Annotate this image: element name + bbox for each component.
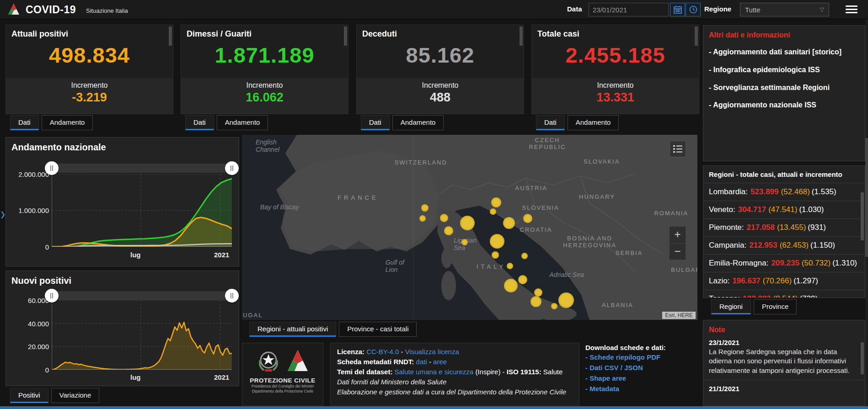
tab-dati[interactable]: Dati: [536, 115, 565, 130]
tab-positivi[interactable]: Positivi: [10, 388, 48, 403]
scrollbar[interactable]: [861, 192, 864, 240]
page-scrollbar[interactable]: [865, 19, 868, 409]
slider-handle-right[interactable]: [225, 161, 239, 175]
region-bubble[interactable]: [491, 197, 501, 207]
chevron-down-icon: ▽: [820, 6, 824, 13]
tab-dati[interactable]: Dati: [185, 115, 214, 130]
sidebar-link[interactable]: - Infografica epidemiologica ISS: [703, 61, 865, 79]
region-bubble[interactable]: [460, 216, 475, 230]
region-row[interactable]: Veneto:304.717(47.541)(1.030): [703, 201, 865, 218]
y-axis-tick: 2.000.000: [10, 170, 49, 178]
region-row[interactable]: Toscana:133.223(8.544)(739): [703, 290, 865, 298]
card-dimessi-guariti: Dimessi / Guariti 1.871.189 Incremento 1…: [181, 25, 348, 114]
slider-handle-left[interactable]: [45, 289, 59, 303]
tab-province[interactable]: Province: [754, 299, 797, 314]
region-bubble[interactable]: [558, 292, 574, 308]
tab-regioni[interactable]: Regioni: [711, 299, 751, 314]
region-bubble[interactable]: [518, 275, 527, 284]
region-bubble[interactable]: [503, 217, 515, 229]
card-increment-section: Incremento 488: [357, 78, 524, 114]
view-license-link[interactable]: Visualizza licenza: [405, 348, 459, 356]
tab-dati[interactable]: Dati: [10, 115, 39, 130]
note-text: La Regione Sardegna segnala che in data …: [709, 347, 859, 375]
region-bubble[interactable]: [490, 234, 504, 249]
iso-label: ISO 19115:: [507, 368, 541, 376]
region-bubble[interactable]: [461, 239, 468, 245]
expand-panel-chevron-icon[interactable]: ❯: [0, 207, 5, 222]
sidebar-link[interactable]: - Aggiornamento dati sanitari [storico]: [703, 43, 865, 61]
card-value: 498.834: [6, 42, 173, 68]
region-row[interactable]: Piemonte:217.058(13.455)(931): [703, 218, 865, 236]
tab-andamento[interactable]: Andamento: [42, 115, 93, 130]
scrollbar[interactable]: [169, 27, 172, 46]
regioni-list-title: Regioni - totale casi, attuali e increme…: [703, 166, 865, 183]
region-bubble[interactable]: [507, 263, 513, 269]
region-bubble[interactable]: [490, 208, 496, 215]
y-axis-tick: 60.000: [10, 297, 49, 304]
region-row[interactable]: Emilia-Romagna:209.235(50.732)(1.310): [703, 254, 865, 272]
menu-button[interactable]: [846, 4, 857, 15]
tab-andamento[interactable]: Andamento: [568, 115, 619, 130]
slider-handle-right[interactable]: [225, 289, 239, 303]
tab-dati[interactable]: Dati: [361, 115, 390, 130]
zoom-in-button[interactable]: +: [670, 227, 686, 243]
salute-umana-link[interactable]: Salute umana e sicurezza: [395, 368, 474, 376]
increment-value: 16.062: [181, 90, 348, 105]
italy-map[interactable]: English ChannelBay of BiscayFRANCESWITZE…: [242, 135, 697, 320]
map-attribution: Esri, HERE: [662, 312, 696, 319]
scrollbar[interactable]: [861, 342, 864, 374]
scrollbar[interactable]: [695, 27, 698, 46]
region-label: Regione: [704, 5, 731, 13]
top-header: COVID-19 Situazione Italia Data Regione …: [0, 0, 868, 19]
download-link[interactable]: - Metadata: [585, 385, 697, 393]
tab-province-casi-totali[interactable]: Province - casi totali: [339, 322, 417, 337]
increment-label: Incremento: [357, 81, 524, 90]
region-row[interactable]: Lazio:196.637(70.266)(1.297): [703, 272, 865, 290]
download-link[interactable]: - Shape aree: [585, 374, 697, 382]
region-bubble[interactable]: [521, 253, 528, 259]
tab-variazione[interactable]: Variazione: [51, 388, 100, 403]
time-button[interactable]: [686, 3, 701, 16]
increment-label: Incremento: [532, 81, 699, 90]
sidebar-link[interactable]: - Sorveglianza settimanale Regioni: [703, 79, 865, 96]
increment-value: 13.331: [532, 90, 699, 105]
legend-button[interactable]: [670, 141, 686, 157]
org-subtitle-2: Dipartimento della Protezione Civile: [242, 389, 323, 394]
altri-dati-title: Altri dati e informazioni: [703, 26, 865, 39]
zoom-out-button[interactable]: −: [670, 243, 686, 260]
time-range-slider[interactable]: [52, 291, 232, 300]
license-link[interactable]: CC-BY-4.0: [366, 348, 399, 356]
download-link[interactable]: - Dati CSV / JSON: [585, 364, 697, 372]
downloads-title: Download schede e dati:: [585, 344, 697, 351]
region-bubble[interactable]: [504, 279, 518, 292]
region-select[interactable]: Tutte ▽: [740, 3, 829, 16]
tab-andamento[interactable]: Andamento: [217, 115, 268, 130]
scrollbar[interactable]: [520, 27, 523, 46]
scrollbar[interactable]: [344, 27, 347, 46]
dataset-themes-label: Temi del dataset:: [337, 368, 392, 376]
app-title: COVID-19: [26, 4, 76, 16]
calendar-button[interactable]: [670, 3, 685, 16]
region-bubble[interactable]: [440, 214, 448, 222]
y-axis-tick: 40.000: [10, 320, 49, 328]
sidebar-link[interactable]: - Aggiornamento nazionale ISS: [703, 96, 865, 114]
legend-list-icon: [673, 144, 683, 154]
card-title: Deceduti: [357, 25, 524, 39]
region-row[interactable]: Campania:212.953(62.453)(1.150): [703, 236, 865, 254]
date-input[interactable]: [589, 3, 669, 16]
metadata-dati-link[interactable]: dati: [416, 358, 427, 366]
tab-andamento[interactable]: Andamento: [392, 115, 444, 130]
tab-regioni-attuali-positivi[interactable]: Regioni - attuali positivi: [249, 322, 336, 337]
region-bubble[interactable]: [492, 251, 499, 259]
card-value: 1.871.189: [181, 42, 348, 68]
card-increment-section: Incremento -3.219: [6, 78, 173, 114]
metadata-aree-link[interactable]: aree: [433, 358, 447, 366]
download-link[interactable]: - Schede riepilogo PDF: [585, 353, 697, 361]
iso-value: Salute: [543, 368, 563, 376]
region-row[interactable]: Lombardia:523.899(52.468)(1.535): [703, 183, 865, 201]
time-range-slider[interactable]: [52, 164, 232, 173]
date-label: Data: [567, 5, 582, 13]
separator: -: [429, 358, 431, 366]
data-processing-line: Elaborazione e gestione dati a cura del …: [337, 388, 573, 396]
slider-handle-left[interactable]: [45, 161, 59, 175]
